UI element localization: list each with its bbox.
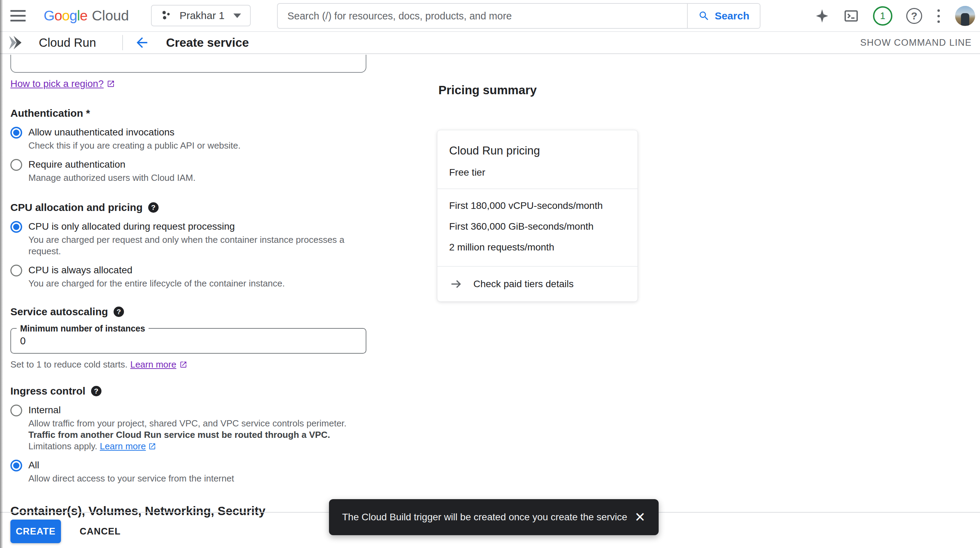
chevron-down-icon	[234, 13, 241, 18]
cpu-help-icon[interactable]	[148, 202, 159, 213]
description-suffix: Limitations apply.	[29, 441, 100, 451]
option-label: Internal	[29, 405, 366, 416]
external-link-icon	[107, 80, 115, 88]
option-description: You are charged for the entire lifecycle…	[29, 278, 285, 289]
project-name: Prakhar 1	[180, 10, 224, 21]
radio-unselected-icon[interactable]	[10, 159, 22, 171]
cancel-button[interactable]: CANCEL	[76, 519, 124, 543]
region-select-field-cutoff[interactable]	[10, 55, 366, 73]
gemini-sparkle-icon[interactable]	[815, 9, 829, 23]
option-description: Check this if you are creating a public …	[29, 140, 241, 151]
project-selector[interactable]: Prakhar 1	[151, 5, 251, 26]
header-divider	[122, 35, 123, 50]
learn-more-label: Learn more	[100, 441, 146, 452]
hamburger-menu-icon[interactable]	[10, 10, 25, 21]
ingress-learn-more-link[interactable]: Learn more	[100, 441, 156, 452]
pricing-card-title: Cloud Run pricing	[449, 144, 626, 157]
expander-title: Container(s), Volumes, Networking, Secur…	[10, 504, 265, 518]
search-input[interactable]	[278, 4, 687, 28]
help-icon[interactable]	[906, 8, 922, 24]
radio-option-cpu-request-only[interactable]: CPU is only allocated during request pro…	[10, 221, 366, 257]
min-instances-helper: Set to 1 to reduce cold starts. Learn mo…	[10, 359, 366, 370]
pricing-card-subtitle: Free tier	[449, 167, 626, 178]
pricing-card: Cloud Run pricing Free tier First 180,00…	[437, 130, 638, 302]
notifications-badge[interactable]: 1	[873, 6, 892, 25]
option-label: CPU is always allocated	[29, 264, 285, 276]
paid-tiers-label: Check paid tiers details	[473, 279, 573, 290]
ingress-section-title: Ingress control	[10, 385, 366, 397]
arrow-right-icon	[449, 277, 463, 291]
pricing-item: First 360,000 GiB-seconds/month	[449, 220, 626, 233]
global-search: Search	[277, 3, 760, 29]
pricing-item: 2 million requests/month	[449, 241, 626, 253]
radio-option-cpu-always[interactable]: CPU is always allocated You are charged …	[10, 264, 366, 289]
close-icon[interactable]: ✕	[635, 510, 646, 525]
product-name: Cloud Run	[39, 36, 96, 49]
logo-cloud: Cloud	[92, 8, 129, 24]
autoscaling-section-title-text: Service autoscaling	[10, 306, 108, 318]
radio-unselected-icon[interactable]	[10, 264, 22, 276]
radio-selected-icon[interactable]	[10, 221, 22, 233]
ingress-help-icon[interactable]	[91, 386, 102, 396]
radio-selected-icon[interactable]	[10, 127, 22, 139]
top-app-bar: Google Cloud Prakhar 1 Search	[0, 0, 980, 32]
topbar-actions: 1	[815, 0, 975, 32]
more-options-icon[interactable]	[936, 8, 941, 24]
min-instances-label: Minimum number of instances	[17, 323, 148, 334]
authentication-section-title: Authentication *	[10, 107, 366, 119]
create-service-form: How to pick a region? Authentication * A…	[10, 55, 366, 518]
cloud-shell-icon[interactable]	[843, 8, 859, 24]
radio-selected-icon[interactable]	[10, 460, 22, 472]
search-icon	[698, 10, 710, 22]
external-link-icon	[148, 442, 156, 450]
page-header: Cloud Run Create service SHOW COMMAND LI…	[0, 32, 980, 54]
description-bold: Traffic from another Cloud Run service m…	[29, 430, 330, 440]
create-button[interactable]: CREATE	[10, 519, 61, 543]
cpu-section-title-text: CPU allocation and pricing	[10, 202, 143, 213]
project-hexagons-icon	[161, 10, 172, 21]
option-label: Require authentication	[29, 159, 196, 170]
window-edge-shadow	[0, 0, 3, 548]
radio-option-require-authentication[interactable]: Require authentication Manage authorized…	[10, 159, 366, 183]
radio-unselected-icon[interactable]	[10, 405, 22, 416]
search-button[interactable]: Search	[687, 4, 760, 28]
autoscaling-learn-more-link[interactable]: Learn more	[130, 359, 187, 370]
logo-google: Google	[44, 8, 87, 24]
external-link-icon	[180, 361, 187, 368]
learn-more-label: Learn more	[130, 359, 176, 370]
paid-tiers-link[interactable]: Check paid tiers details	[438, 267, 638, 301]
toast-notification: The Cloud Build trigger will be created …	[329, 499, 659, 535]
radio-option-allow-unauthenticated[interactable]: Allow unauthenticated invocations Check …	[10, 127, 366, 151]
autoscaling-help-icon[interactable]	[114, 307, 124, 317]
show-command-line-button[interactable]: SHOW COMMAND LINE	[860, 37, 972, 48]
option-label: All	[29, 460, 234, 471]
option-description: Allow traffic from your project, shared …	[29, 418, 366, 452]
ingress-section-title-text: Ingress control	[10, 385, 86, 397]
search-button-label: Search	[715, 10, 749, 22]
radio-option-internal[interactable]: Internal Allow traffic from your project…	[10, 405, 366, 452]
min-instances-field: Minimum number of instances	[10, 328, 366, 354]
cloud-run-logo-icon	[7, 33, 27, 52]
notification-count: 1	[880, 11, 885, 21]
region-help-link[interactable]: How to pick a region?	[10, 78, 366, 89]
avatar[interactable]	[955, 6, 975, 26]
option-description: You are charged per request and only whe…	[29, 234, 366, 257]
arrow-left-icon	[134, 35, 150, 51]
containers-volumes-expander[interactable]: Container(s), Volumes, Networking, Secur…	[10, 503, 366, 518]
google-cloud-logo: Google Cloud	[44, 8, 129, 24]
region-link-label: How to pick a region?	[10, 78, 103, 89]
pricing-summary-heading: Pricing summary	[438, 83, 537, 97]
back-button[interactable]	[134, 35, 150, 51]
option-description: Manage authorized users with Cloud IAM.	[29, 172, 196, 183]
pricing-item: First 180,000 vCPU-seconds/month	[449, 199, 626, 212]
option-label: Allow unauthenticated invocations	[29, 127, 241, 138]
description-regular: Allow traffic from your project, shared …	[29, 418, 347, 429]
toast-message: The Cloud Build trigger will be created …	[342, 511, 627, 523]
helper-text: Set to 1 to reduce cold starts.	[10, 359, 127, 370]
page-title: Create service	[166, 36, 249, 49]
option-description: Allow direct access to your service from…	[29, 473, 234, 484]
option-label: CPU is only allocated during request pro…	[29, 221, 366, 232]
cpu-section-title: CPU allocation and pricing	[10, 202, 366, 213]
autoscaling-section-title: Service autoscaling	[10, 306, 366, 318]
radio-option-all[interactable]: All Allow direct access to your service …	[10, 460, 366, 484]
